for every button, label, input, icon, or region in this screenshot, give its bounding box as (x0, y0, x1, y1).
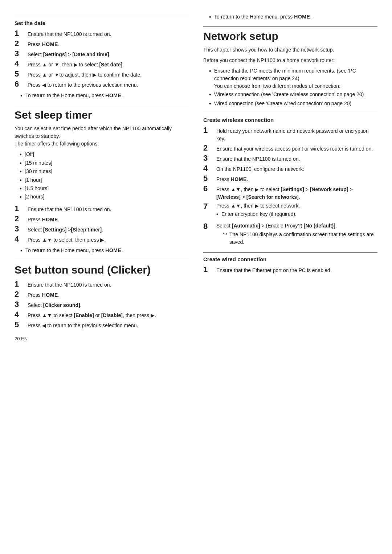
sleep-timer-title: Set sleep timer (15, 109, 189, 121)
sleep-timer-intro: You can select a set time period after w… (15, 125, 189, 148)
network-setup-title: Network setup (203, 30, 377, 42)
wireless-step-7: 7 Press ▲▼, then ▶ to select network. • … (203, 202, 377, 221)
wireless-step-3: 3 Ensure that the NP1100 is turned on. (203, 154, 377, 163)
wireless-step-8-arrow: ↪ The NP1100 displays a confirmation scr… (223, 231, 377, 246)
clicker-step-1: 1 Ensure that the NP1100 is turned on. (15, 280, 189, 289)
sleep-timer-steps: 1 Ensure that the NP1100 is turned on. 2… (15, 204, 189, 244)
sleep-step-3: 3 Select [Settings] >[Sleep timer]. (15, 225, 189, 234)
network-bullet-1: • Ensure that the PC meets the minimum r… (209, 67, 377, 90)
wired-title: Create wired connection (203, 256, 377, 262)
set-date-step-4: 4 Press ▲ or ▼, then ▶ to select [Set da… (15, 59, 189, 69)
clicker-step-3: 3 Select [Clicker sound]. (15, 300, 189, 309)
right-column: • To return to the Home menu, press HOME… (203, 11, 377, 341)
set-date-steps: 1 Ensure that the NP1100 is turned on. 2… (15, 29, 189, 89)
option-1hr: •[1 hour] (20, 176, 189, 184)
set-date-bullets: • To return to the Home menu, press HOME… (20, 92, 189, 100)
option-1-5hr: •[1.5 hours] (20, 185, 189, 193)
divider-clicker (15, 260, 189, 260)
clicker-step-4: 4 Press ▲▼ to select [Enable] or [Disabl… (15, 310, 189, 319)
network-setup-intro1: This chapter shows you how to change the… (203, 46, 377, 54)
option-30min: •[30 minutes] (20, 168, 189, 176)
set-date-bullet-1: • To return to the Home menu, press HOME… (20, 92, 189, 100)
sleep-step-4: 4 Press ▲▼ to select, then press ▶. (15, 235, 189, 244)
wireless-step-6: 6 Press ▲▼, then ▶ to select [Settings] … (203, 184, 377, 201)
wireless-steps: 1 Hold ready your network name and netwo… (203, 126, 377, 247)
set-date-step-6: 6 Press ◀ to return to the previous sele… (15, 80, 189, 89)
set-date-step-3: 3 Select [Settings] > [Date and time]. (15, 49, 189, 58)
divider-wireless (203, 113, 377, 113)
network-setup-bullets: • Ensure that the PC meets the minimum r… (209, 67, 377, 108)
page-number: 20 EN (15, 336, 189, 341)
top-bullet-home: • To return to the Home menu, press HOME… (209, 13, 377, 21)
clicker-step-2: 2 Press HOME. (15, 290, 189, 299)
sleep-step-1: 1 Ensure that the NP1100 is turned on. (15, 204, 189, 213)
network-setup-intro2: Before you connect the NP1100 to a home … (203, 57, 377, 64)
set-date-step-1: 1 Ensure that the NP1100 is turned on. (15, 29, 189, 38)
option-2hr: •[2 hours] (20, 193, 189, 201)
sleep-timer-bullets: • To return to the Home menu, press HOME… (20, 247, 189, 255)
wireless-step-1: 1 Hold ready your network name and netwo… (203, 126, 377, 143)
clicker-step-5: 5 Press ◀ to return to the previous sele… (15, 320, 189, 329)
wireless-step-2: 2 Ensure that your wireless access point… (203, 144, 377, 153)
network-bullet-2: • Wireless connection (see 'Create wirel… (209, 91, 377, 99)
top-bullet: • To return to the Home menu, press HOME… (209, 13, 377, 21)
set-date-step-5: 5 Press ▲ or ▼to adjust, then ▶ to confi… (15, 70, 189, 79)
wireless-step-8: 8 Select [Automatic] > (Enable Proxy?) [… (203, 222, 377, 247)
clicker-steps: 1 Ensure that the NP1100 is turned on. 2… (15, 280, 189, 329)
wireless-step-4: 4 On the NP1100, configure the network: (203, 164, 377, 173)
wireless-step-7-bullets: • Enter encryption key (if required). (216, 210, 300, 218)
wireless-title: Create wireless connection (203, 117, 377, 123)
left-column: Set the date 1 Ensure that the NP1100 is… (15, 11, 189, 341)
set-date-step-2: 2 Press HOME. (15, 39, 189, 48)
divider-network-setup (203, 26, 377, 26)
wireless-step-5: 5 Press HOME. (203, 174, 377, 183)
network-bullet-3: • Wired connection (see 'Create wired co… (209, 100, 377, 108)
wired-step-1: 1 Ensure that the Ethernet port on the P… (203, 265, 377, 274)
option-15min: •[15 minutes] (20, 159, 189, 167)
sleep-bullet-1: • To return to the Home menu, press HOME… (20, 247, 189, 255)
divider-set-date (15, 16, 189, 16)
option-off: •[Off] (20, 151, 189, 159)
divider-wired (203, 252, 377, 253)
divider-sleep-timer (15, 105, 189, 105)
sleep-step-2: 2 Press HOME. (15, 214, 189, 223)
wireless-step-7-bullet: • Enter encryption key (if required). (216, 210, 300, 218)
wired-steps: 1 Ensure that the Ethernet port on the P… (203, 265, 377, 274)
sleep-timer-options: •[Off] •[15 minutes] •[30 minutes] •[1 h… (20, 151, 189, 201)
set-date-title: Set the date (15, 20, 189, 26)
clicker-title: Set button sound (Clicker) (15, 264, 189, 276)
